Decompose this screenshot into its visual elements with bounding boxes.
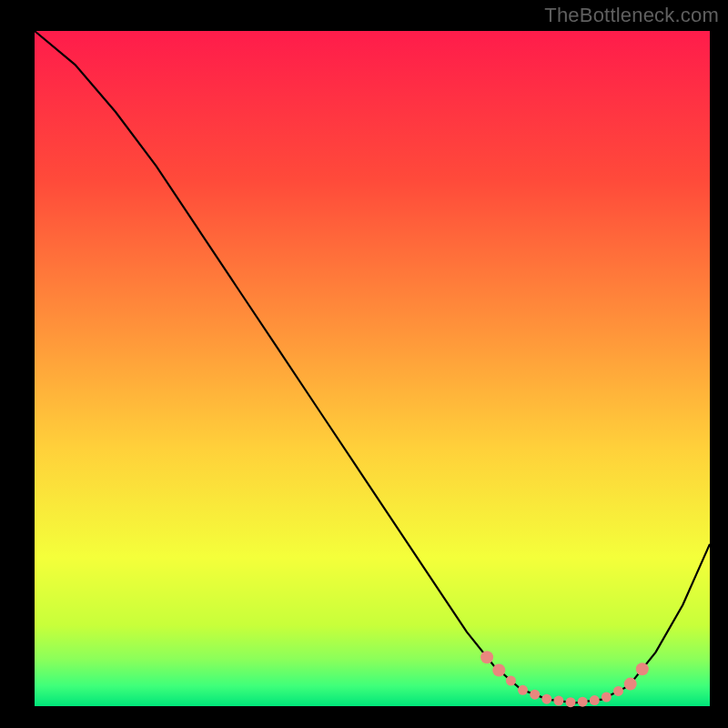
optimal-dot: [624, 678, 637, 691]
optimal-dot: [602, 693, 612, 703]
optimal-dot: [566, 697, 576, 707]
optimal-dot: [590, 695, 600, 705]
plot-background: [35, 31, 710, 706]
bottleneck-chart: [0, 0, 728, 728]
optimal-dot: [636, 662, 649, 675]
optimal-dot: [541, 694, 551, 704]
optimal-dot: [613, 686, 623, 696]
optimal-dot: [578, 697, 588, 707]
optimal-dot: [492, 664, 505, 677]
optimal-dot: [480, 651, 493, 663]
optimal-dot: [553, 696, 563, 706]
chart-frame: TheBottleneck.com: [0, 0, 728, 728]
optimal-dot: [530, 690, 540, 700]
watermark-text: TheBottleneck.com: [544, 4, 719, 27]
optimal-dot: [518, 685, 528, 695]
optimal-dot: [506, 676, 516, 686]
